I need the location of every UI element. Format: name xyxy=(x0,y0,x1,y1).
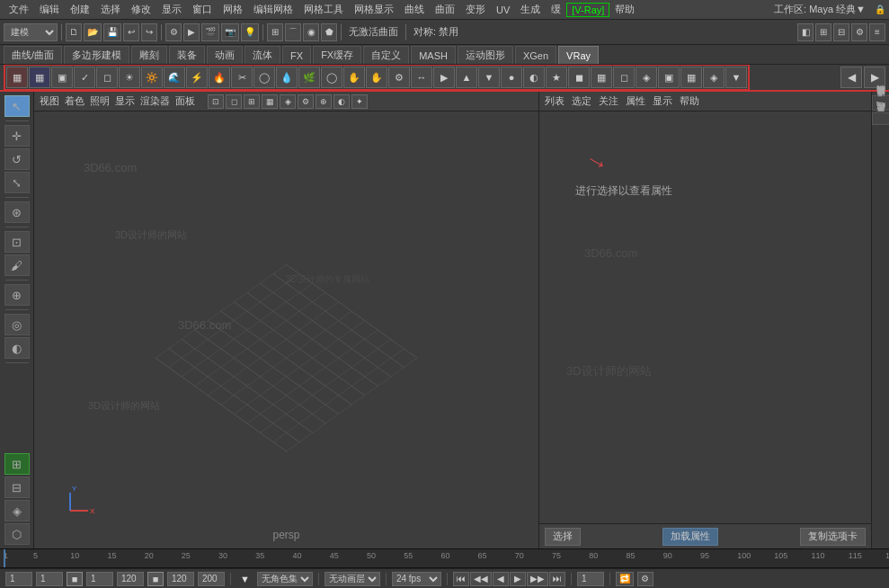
snap-grid-btn[interactable]: ⊞ xyxy=(267,23,283,41)
menu-edit[interactable]: 编辑 xyxy=(34,1,65,18)
vp-tool-btn8[interactable]: ◐ xyxy=(333,94,350,109)
scale-tool-btn[interactable]: ⤡ xyxy=(4,172,30,193)
vray-tool-btn-3[interactable]: ▣ xyxy=(51,67,73,88)
move-tool-btn[interactable]: ✛ xyxy=(4,125,30,147)
vray-tool-btn-1[interactable]: ▦ xyxy=(6,67,28,88)
toolbar-extra-btn1[interactable]: ◧ xyxy=(797,23,813,41)
rh-display[interactable]: 显示 xyxy=(653,94,672,108)
tab-curves-surfaces[interactable]: 曲线/曲面 xyxy=(4,46,62,64)
back-btn[interactable]: ◀ xyxy=(493,572,509,586)
vray-tool-btn-17[interactable]: ✋ xyxy=(366,67,387,88)
lt-extra-btn3[interactable]: ◈ xyxy=(4,500,30,521)
character-set-selector[interactable]: 无角色集 xyxy=(257,572,313,586)
vray-tool-btn-18[interactable]: ⚙ xyxy=(388,67,410,88)
status-end-frame[interactable]: 120 xyxy=(117,572,144,586)
new-scene-btn[interactable]: 🗋 xyxy=(66,23,82,41)
timeline-playhead[interactable] xyxy=(4,549,5,567)
vray-tool-btn-31[interactable]: ▦ xyxy=(680,67,702,88)
vray-tool-btn-33[interactable]: ▼ xyxy=(725,67,747,88)
toolbar-extra-btn5[interactable]: ≡ xyxy=(869,23,885,41)
vp-menu-lighting[interactable]: 照明 xyxy=(90,94,110,108)
tab-fx-cache[interactable]: FX缓存 xyxy=(313,46,361,64)
playback-settings-btn[interactable]: ⚙ xyxy=(637,572,653,586)
snap-point-btn[interactable]: ◉ xyxy=(303,23,319,41)
menu-mesh-display[interactable]: 网格显示 xyxy=(349,1,399,18)
vray-tool-btn-7[interactable]: 🔆 xyxy=(141,67,163,88)
select-tool-btn[interactable]: ↖ xyxy=(4,95,30,117)
vp-tool-btn6[interactable]: ⚙ xyxy=(298,94,314,109)
vray-tool-btn-11[interactable]: ✂ xyxy=(231,67,253,88)
go-start-btn[interactable]: ⏮ xyxy=(453,572,469,586)
menu-curves[interactable]: 曲线 xyxy=(399,1,430,18)
vray-tool-btn-6[interactable]: ☀ xyxy=(119,67,140,88)
vray-tool-btn-30[interactable]: ▣ xyxy=(658,67,680,88)
tab-fluids[interactable]: 流体 xyxy=(244,46,280,64)
vray-tool-btn-4[interactable]: ✓ xyxy=(74,67,95,88)
vp-tool-btn9[interactable]: ✦ xyxy=(351,94,368,109)
vray-tool-btn-14[interactable]: 🌿 xyxy=(298,67,320,88)
lt-extra-btn4[interactable]: ⬡ xyxy=(4,523,30,545)
menu-cache[interactable]: 缓 xyxy=(546,1,566,18)
vray-tool-btn-28[interactable]: ◻ xyxy=(613,67,635,88)
vray-tool-btn-22[interactable]: ▼ xyxy=(478,67,500,88)
vray-tool-btn-27[interactable]: ▦ xyxy=(591,67,612,88)
menu-uv[interactable]: UV xyxy=(491,3,515,17)
menu-select[interactable]: 选择 xyxy=(95,1,126,18)
rotate-tool-btn[interactable]: ↺ xyxy=(4,148,30,170)
vray-tool-btn-19[interactable]: ↔ xyxy=(411,67,432,88)
toolbar-extra-btn4[interactable]: ⚙ xyxy=(851,23,867,41)
lt-extra-btn2[interactable]: ⊟ xyxy=(4,477,30,498)
open-scene-btn[interactable]: 📂 xyxy=(84,23,102,41)
render-settings-btn[interactable]: ⚙ xyxy=(165,23,182,41)
ipr-btn[interactable]: 🎬 xyxy=(201,23,219,41)
vray-tool-btn-10[interactable]: 🔥 xyxy=(209,67,230,88)
load-attributes-btn[interactable]: 加载属性 xyxy=(662,528,718,546)
lock-icon[interactable]: 🔒 xyxy=(875,4,885,14)
play-btn[interactable]: ▶ xyxy=(510,572,526,586)
step-fwd-btn[interactable]: ▶▶ xyxy=(527,572,548,586)
menu-help[interactable]: 帮助 xyxy=(609,1,640,18)
paint-select-btn[interactable]: 🖌 xyxy=(4,254,30,276)
vray-tool-btn-21[interactable]: ▲ xyxy=(456,67,477,88)
rh-attributes[interactable]: 属性 xyxy=(626,94,645,108)
vp-tool-btn2[interactable]: ◻ xyxy=(226,94,242,109)
vp-tool-btn4[interactable]: ▦ xyxy=(262,94,278,109)
tab-xgen[interactable]: XGen xyxy=(515,46,556,64)
vray-scroll-left[interactable]: ◀ xyxy=(840,67,862,88)
vray-tool-btn-20[interactable]: ▶ xyxy=(433,67,455,88)
toolbar-extra-btn2[interactable]: ⊞ xyxy=(815,23,831,41)
tab-animation[interactable]: 动画 xyxy=(207,46,243,64)
rh-help[interactable]: 帮助 xyxy=(680,94,699,108)
select-btn[interactable]: 选择 xyxy=(545,528,581,546)
vp-tool-btn7[interactable]: ⊕ xyxy=(316,94,332,109)
go-end-btn[interactable]: ⏭ xyxy=(549,572,565,586)
vray-tool-btn-12[interactable]: ◯ xyxy=(253,67,275,88)
workspace-selector[interactable]: 工作区: Maya 经典▼ xyxy=(769,1,871,18)
vp-tool-btn3[interactable]: ⊞ xyxy=(244,94,260,109)
transform-origin-btn[interactable]: ⊞ xyxy=(4,453,30,475)
menu-modify[interactable]: 修改 xyxy=(126,1,156,18)
tab-rigging[interactable]: 装备 xyxy=(169,46,205,64)
lasso-select-btn[interactable]: ⊡ xyxy=(4,231,30,253)
vray-tool-btn-26[interactable]: ◼ xyxy=(568,67,590,88)
mode-selector[interactable]: 建模 xyxy=(4,23,58,41)
tab-sculpt[interactable]: 雕刻 xyxy=(131,46,167,64)
menu-generate[interactable]: 生成 xyxy=(515,1,546,18)
snap-surface-btn[interactable]: ⬟ xyxy=(321,23,337,41)
vray-tool-btn-23[interactable]: ● xyxy=(501,67,522,88)
vray-tool-btn-24[interactable]: ◐ xyxy=(523,67,545,88)
copy-tab-btn[interactable]: 复制选项卡 xyxy=(800,528,866,546)
vray-tool-btn-8[interactable]: 🌊 xyxy=(164,67,185,88)
menu-file[interactable]: 文件 xyxy=(4,1,34,18)
menu-mesh[interactable]: 网格 xyxy=(218,1,248,18)
tab-vray[interactable]: VRay xyxy=(558,46,599,64)
toolbar-extra-btn3[interactable]: ⊟ xyxy=(833,23,849,41)
soft-select-btn[interactable]: ◐ xyxy=(4,337,30,359)
vp-menu-renderer[interactable]: 渲染器 xyxy=(140,94,170,108)
fps-selector[interactable]: 24 fps xyxy=(392,572,441,586)
vp-menu-view[interactable]: 视图 xyxy=(40,94,59,108)
tab-poly-modeling[interactable]: 多边形建模 xyxy=(64,46,129,64)
undo-btn[interactable]: ↩ xyxy=(123,23,139,41)
status-field1[interactable]: 1 xyxy=(5,572,32,586)
tab-custom[interactable]: 自定义 xyxy=(363,46,409,64)
